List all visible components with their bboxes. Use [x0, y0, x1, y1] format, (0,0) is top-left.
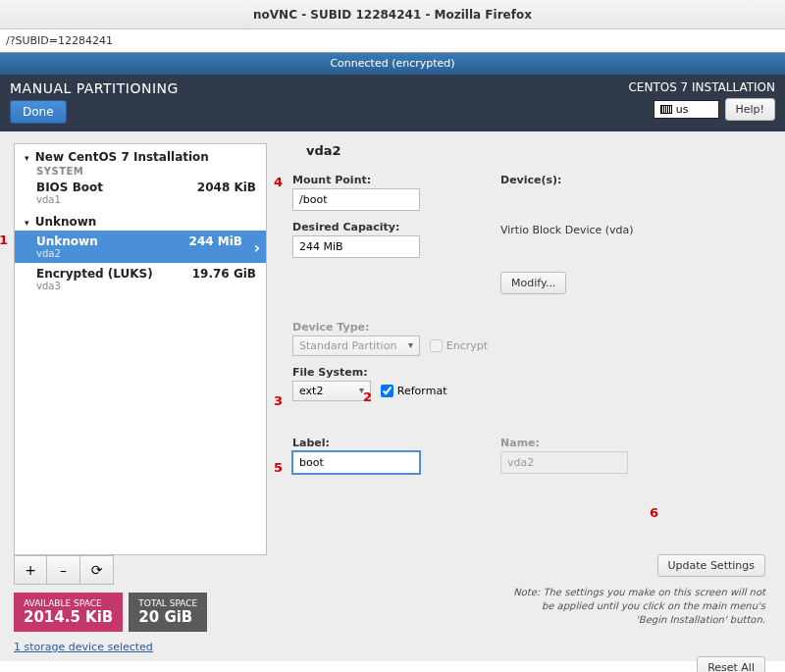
- encrypt-checkbox-row: Encrypt: [430, 339, 488, 352]
- partition-detail-pane: vda2 Mount Point: Desired Capacity: Devi…: [285, 143, 771, 174]
- product-label: CENTOS 7 INSTALLATION: [628, 80, 775, 94]
- main-content: ▾ New CentOS 7 Installation SYSTEM BIOS …: [0, 131, 785, 661]
- device-type-select: Standard Partition: [292, 336, 420, 356]
- storage-devices-link[interactable]: 1 storage device selected: [14, 641, 153, 653]
- reset-all-button[interactable]: Reset All: [697, 656, 765, 672]
- annotation-5: 5: [274, 460, 283, 475]
- partition-size: 2048 KiB: [197, 181, 256, 194]
- partition-device: vda1: [36, 194, 258, 205]
- keyboard-layout-text: us: [676, 103, 689, 116]
- mount-point-input[interactable]: [292, 188, 420, 211]
- reformat-checkbox[interactable]: [381, 385, 393, 397]
- settings-note: Note: The settings you make on this scre…: [510, 586, 765, 627]
- partition-size: 19.76 GiB: [192, 267, 256, 281]
- file-system-select[interactable]: ext2: [292, 381, 371, 401]
- total-space-label: TOTAL SPACE: [138, 598, 197, 608]
- space-summary: AVAILABLE SPACE 2014.5 KiB TOTAL SPACE 2…: [14, 593, 267, 632]
- anaconda-header: MANUAL PARTITIONING Done CENTOS 7 INSTAL…: [0, 75, 785, 131]
- tree-section-new-install[interactable]: ▾ New CentOS 7 Installation: [15, 144, 266, 166]
- annotation-2: 2: [363, 389, 372, 404]
- partition-toolbar: + – ⟳: [14, 555, 114, 585]
- name-label: Name:: [500, 437, 756, 449]
- mount-point-label: Mount Point:: [292, 174, 498, 186]
- device-type-label: Device Type:: [292, 321, 498, 334]
- total-space-box: TOTAL SPACE 20 GiB: [129, 593, 207, 632]
- partition-row-luks[interactable]: Encrypted (LUKS) vda3 19.76 GiB: [15, 263, 266, 295]
- available-space-box: AVAILABLE SPACE 2014.5 KiB: [14, 593, 123, 632]
- total-space-value: 20 GiB: [138, 608, 197, 626]
- update-settings-button[interactable]: Update Settings: [657, 554, 765, 577]
- modify-device-button[interactable]: Modify...: [500, 272, 566, 294]
- available-space-label: AVAILABLE SPACE: [24, 598, 113, 608]
- partition-device: vda3: [36, 281, 258, 291]
- desired-capacity-input[interactable]: [292, 235, 420, 258]
- name-input: [500, 451, 628, 474]
- reformat-checkbox-row[interactable]: Reformat: [381, 385, 447, 397]
- reload-partitions-button[interactable]: ⟳: [80, 555, 114, 585]
- annotation-6: 6: [650, 505, 658, 520]
- keyboard-icon: [660, 105, 672, 114]
- url-bar[interactable]: /?SUBID=12284241: [0, 29, 785, 53]
- partition-tree-pane: ▾ New CentOS 7 Installation SYSTEM BIOS …: [14, 143, 267, 653]
- partition-row-unknown[interactable]: Unknown vda2 244 MiB: [15, 231, 266, 263]
- partition-size: 244 MiB: [189, 234, 242, 248]
- chevron-down-icon: ▾: [25, 218, 29, 228]
- window-titlebar: noVNC - SUBID 12284241 - Mozilla Firefox: [0, 0, 785, 29]
- annotation-4: 4: [274, 175, 283, 189]
- partition-tree[interactable]: ▾ New CentOS 7 Installation SYSTEM BIOS …: [14, 143, 267, 555]
- available-space-value: 2014.5 KiB: [24, 608, 113, 626]
- device-name-text: Virtio Block Device (vda): [500, 224, 756, 236]
- keyboard-layout-selector[interactable]: us: [654, 100, 719, 119]
- reformat-label: Reformat: [397, 385, 447, 397]
- vnc-status-bar: Connected (encrypted): [0, 53, 785, 75]
- devices-label: Device(s):: [500, 174, 756, 186]
- tree-section-label: Unknown: [35, 215, 97, 229]
- storage-devices-link-row: 1 storage device selected: [14, 640, 267, 653]
- partition-device: vda2: [36, 248, 258, 259]
- encrypt-checkbox: [430, 339, 443, 352]
- desired-capacity-label: Desired Capacity:: [292, 221, 498, 233]
- label-input[interactable]: [292, 451, 420, 474]
- file-system-label: File System:: [292, 366, 498, 379]
- add-partition-button[interactable]: +: [14, 555, 47, 585]
- annotation-3: 3: [274, 393, 283, 408]
- help-button[interactable]: Help!: [725, 98, 776, 121]
- done-button[interactable]: Done: [10, 100, 67, 124]
- tree-system-label: SYSTEM: [15, 166, 266, 177]
- chevron-down-icon: ▾: [25, 153, 29, 163]
- tree-section-unknown[interactable]: ▾ Unknown: [15, 209, 266, 231]
- partition-row-bios-boot[interactable]: BIOS Boot vda1 2048 KiB: [15, 177, 266, 209]
- detail-title: vda2: [306, 143, 771, 158]
- remove-partition-button[interactable]: –: [47, 555, 80, 585]
- tree-section-label: New CentOS 7 Installation: [35, 150, 209, 164]
- label-label: Label:: [292, 437, 498, 449]
- annotation-1: 1: [0, 233, 8, 247]
- encrypt-label: Encrypt: [446, 339, 488, 352]
